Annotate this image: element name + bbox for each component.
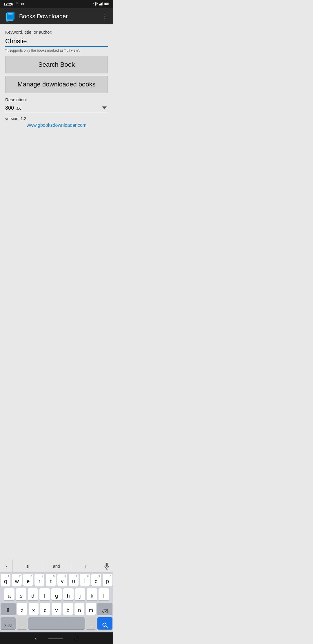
svg-rect-7: [109, 3, 109, 4]
app-bar: Books Downloader ⋮: [0, 8, 113, 24]
svg-marker-14: [6, 21, 8, 22]
whatsapp-icon: 📱: [15, 2, 19, 6]
main-content: Keyword, title, or author: *It supports …: [0, 24, 113, 128]
time-display: 12:26: [3, 2, 13, 6]
search-input[interactable]: [5, 36, 108, 47]
search-book-button[interactable]: Search Book: [5, 56, 108, 73]
svg-rect-4: [102, 2, 103, 6]
status-right: [93, 2, 110, 6]
battery-icon: [104, 2, 110, 6]
overflow-menu-button[interactable]: ⋮: [102, 12, 108, 20]
resolution-label: Resolution:: [5, 97, 108, 102]
svg-rect-2: [100, 3, 101, 5]
svg-rect-13: [8, 16, 11, 16]
resolution-select-wrapper: 800 px 400 px 1200 px: [5, 104, 108, 112]
hint-text: *It supports only the books marked as "f…: [5, 48, 108, 53]
status-bar: 12:26 📱 ⊡: [0, 0, 113, 8]
signal-icon: [99, 2, 103, 6]
app-bar-left: Books Downloader: [5, 11, 68, 22]
input-label: Keyword, title, or author:: [5, 30, 108, 35]
resolution-select[interactable]: 800 px 400 px 1200 px: [5, 104, 108, 112]
screenshot-icon: ⊡: [21, 2, 24, 6]
svg-rect-3: [101, 3, 102, 5]
search-input-wrapper: [5, 36, 108, 47]
app-title: Books Downloader: [19, 13, 68, 20]
svg-rect-12: [8, 15, 12, 15]
app-logo-icon: [5, 11, 16, 22]
status-left: 12:26 📱 ⊡: [3, 2, 24, 6]
svg-rect-11: [8, 14, 12, 14]
svg-point-0: [95, 5, 96, 6]
website-link[interactable]: www.gbooksdownloader.com: [5, 123, 108, 128]
svg-rect-1: [99, 4, 100, 5]
wifi-icon: [93, 2, 98, 6]
svg-rect-10: [7, 12, 15, 20]
version-text: version: 1.2: [5, 116, 108, 121]
manage-downloads-button[interactable]: Manage downloaded books: [5, 76, 108, 93]
